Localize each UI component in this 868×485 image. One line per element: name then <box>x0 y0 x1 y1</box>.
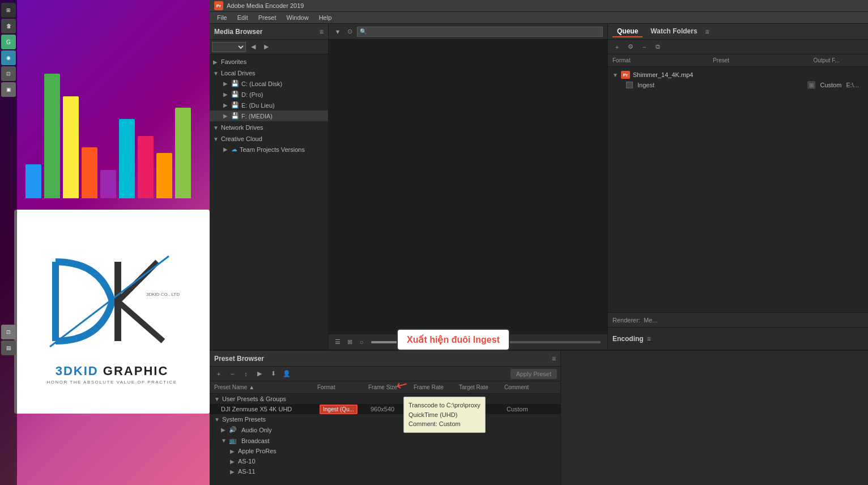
drive-c[interactable]: ▶ 💾 C: (Local Disk) <box>210 78 328 89</box>
queue-menu-icon[interactable]: ≡ <box>705 28 709 36</box>
menu-preset[interactable]: Preset <box>254 13 281 22</box>
network-drives-header[interactable]: ▼ Network Drives <box>210 122 328 133</box>
copy-btn[interactable]: ⧉ <box>652 41 663 53</box>
queue-toolbar: + ⚙ − ⧉ <box>608 40 868 54</box>
preset-import-btn[interactable]: ⬇ <box>267 368 279 380</box>
drive-e-label: E: (Du Lieu) <box>241 102 275 109</box>
list-view-icon[interactable]: ☰ <box>333 338 342 347</box>
preset-add-btn[interactable]: + <box>213 368 224 380</box>
preset-targetrate-col: Target Rate <box>459 384 504 390</box>
logo-brand-graphic: GRAPHIC <box>103 364 168 378</box>
preview-content <box>329 40 607 334</box>
media-browser-title: Media Browser <box>214 28 316 36</box>
drive-e[interactable]: ▶ 💾 E: (Du Lieu) <box>210 100 328 110</box>
app-icon: Pr <box>214 1 223 10</box>
preset-remove-btn[interactable]: − <box>227 368 238 380</box>
sort-icon[interactable]: ▲ <box>249 384 254 390</box>
circle-icon[interactable]: ○ <box>357 338 366 347</box>
drive-d-icon: 💾 <box>231 91 239 98</box>
local-drives-header[interactable]: ▼ Local Drives <box>210 68 328 78</box>
creative-cloud-label: Creative Cloud <box>221 135 262 142</box>
preset-user-btn[interactable]: 👤 <box>281 368 292 380</box>
dji-preset-format: Ingest (Qu... <box>320 406 371 412</box>
svg-line-3 <box>118 301 163 341</box>
add-btn[interactable]: + <box>611 41 623 53</box>
taskbar-icon-3[interactable]: G <box>1 35 16 49</box>
system-presets-header[interactable]: ▼ System Presets <box>210 414 560 424</box>
tooltip-line2: QuickTime (UHD) <box>409 410 480 420</box>
audio-only-label: Audio Only <box>241 427 272 433</box>
preset-move-btn[interactable]: ↕ <box>240 368 252 380</box>
remove-btn[interactable]: − <box>639 41 650 53</box>
bottom-section: Preset Browser ≡ + − ↕ ▶ ⬇ 👤 Apply Prese… <box>210 350 868 485</box>
app-window: Pr Adobe Media Encoder 2019 File Edit Pr… <box>210 0 868 485</box>
svg-text:3DKID CO., LTD: 3DKID CO., LTD <box>146 292 180 297</box>
menu-edit[interactable]: Edit <box>233 13 253 22</box>
taskbar-icon-4[interactable]: ◉ <box>1 50 16 65</box>
taskbar-icon-6[interactable]: ▣ <box>1 82 16 97</box>
taskbar-icon-8[interactable]: ▤ <box>1 341 16 355</box>
drive-f[interactable]: ▶ 💾 F: (MEDIA) <box>210 110 328 121</box>
network-drives-section: ▼ Network Drives <box>210 122 328 133</box>
bar-4 <box>82 147 97 198</box>
broadcast-label: Broadcast <box>241 437 270 444</box>
queue-tab[interactable]: Queue <box>612 26 643 37</box>
format-col-header: Format <box>612 57 713 63</box>
apple-prores-header[interactable]: ▶ Apple ProRes <box>210 446 560 456</box>
media-browser-menu-icon[interactable]: ≡ <box>320 28 324 36</box>
browser-back-btn[interactable]: ◀ <box>248 41 259 53</box>
preset-content: ▼ User Presets & Groups DJI Zenmuse X5 4… <box>210 394 560 485</box>
browser-forward-btn[interactable]: ▶ <box>261 41 272 53</box>
queue-output-value: E:\... <box>846 82 859 88</box>
broadcast-header[interactable]: ▼ 📺 Broadcast <box>210 435 560 446</box>
queue-sub-item-1: Ingest ⊞ Custom E:\... <box>612 80 863 90</box>
preset-encode-btn[interactable]: ▶ <box>254 368 265 380</box>
audio-only-header[interactable]: ▶ 🔊 Audio Only <box>210 424 560 435</box>
as11-header[interactable]: ▶ AS-11 <box>210 466 560 477</box>
team-projects[interactable]: ▶ ☁ Team Projects Versions <box>210 144 328 155</box>
taskbar-icon-7[interactable]: ⊡ <box>1 325 16 339</box>
as10-header[interactable]: ▶ AS-10 <box>210 456 560 466</box>
browser-toolbar: ◀ ▶ <box>210 40 328 54</box>
preset-browser-header: Preset Browser ≡ <box>210 351 560 367</box>
user-presets-header[interactable]: ▼ User Presets & Groups <box>210 394 560 404</box>
view-icon[interactable]: ⊙ <box>345 27 354 36</box>
queue-content: ▼ Pr Shimmer_14_4K.mp4 Ingest ⊞ Custom E… <box>608 67 868 312</box>
bar-2 <box>44 74 60 198</box>
output-col-header: Output F... <box>813 57 863 63</box>
dji-preset-item[interactable]: DJI Zenmuse X5 4K UHD Ingest (Qu... 960x… <box>210 404 560 414</box>
watch-folders-tab[interactable]: Watch Folders <box>646 26 701 37</box>
logo-brand: 3DKID GRAPHIC <box>56 364 169 378</box>
renderer-label: Renderer: <box>612 317 640 324</box>
preview-toolbar: ▼ ⊙ <box>329 24 607 40</box>
dji-preset-comment: Custom <box>507 406 556 412</box>
preset-browser-menu-icon[interactable]: ≡ <box>552 355 556 363</box>
encoding-menu-icon[interactable]: ≡ <box>647 335 651 343</box>
taskbar-icon-5[interactable]: ⊡ <box>1 66 16 81</box>
settings-btn[interactable]: ⚙ <box>625 41 636 53</box>
tooltip-line1: Transcode to C:\pro\proxy <box>409 401 480 410</box>
menu-file[interactable]: File <box>212 13 232 22</box>
creative-cloud-header[interactable]: ▼ Creative Cloud <box>210 134 328 144</box>
preset-columns: Preset Name ▲ Format Frame Size Frame Ra… <box>210 381 560 394</box>
taskbar-icon-1[interactable]: ⊞ <box>1 3 16 18</box>
menu-window[interactable]: Window <box>282 13 313 22</box>
bar-9 <box>175 108 191 198</box>
menu-help[interactable]: Help <box>314 13 337 22</box>
browser-view-select[interactable] <box>212 42 246 52</box>
grid-view-icon[interactable]: ⊞ <box>345 338 354 347</box>
desktop: ⊞ 🗑 G ◉ ⊡ ▣ ⊡ ▤ 3DKID CO. <box>0 0 210 485</box>
renderer-bar: Renderer: Me... <box>608 312 868 327</box>
favorites-header[interactable]: ▶ Favorites <box>210 57 328 67</box>
favorites-section: ▶ Favorites <box>210 57 328 67</box>
filter-icon[interactable]: ▼ <box>333 27 342 36</box>
network-drives-arrow: ▼ <box>213 125 219 131</box>
drive-f-icon: 💾 <box>231 112 239 120</box>
local-drives-arrow: ▼ <box>213 70 219 76</box>
taskbar-icon-2[interactable]: 🗑 <box>1 19 16 33</box>
drive-d[interactable]: ▶ 💾 D: (Pro) <box>210 89 328 100</box>
queue-sub-checkbox[interactable] <box>626 82 633 88</box>
search-input[interactable] <box>357 27 603 37</box>
apply-preset-button[interactable]: Apply Preset <box>510 369 557 379</box>
queue-preset-label: Custom <box>820 82 841 88</box>
